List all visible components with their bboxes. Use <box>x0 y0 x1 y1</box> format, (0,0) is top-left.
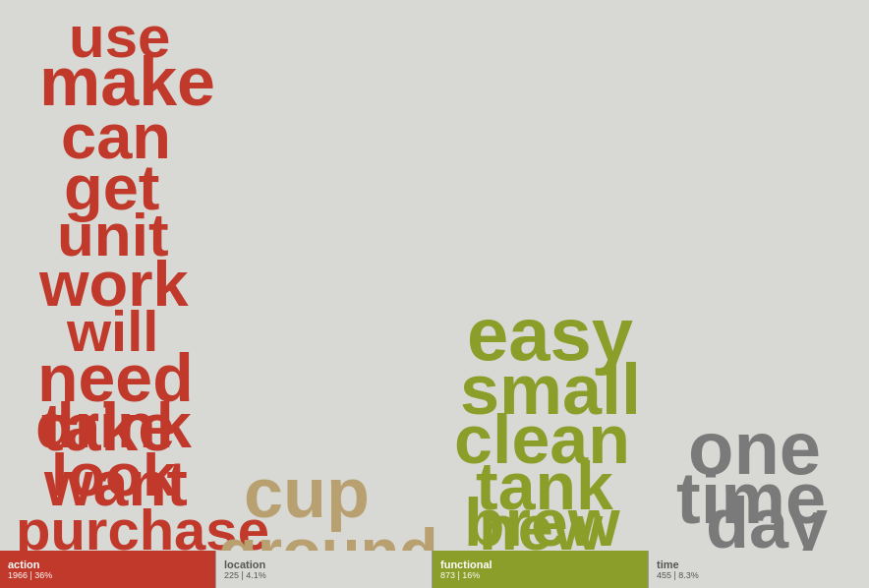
legend-location: location 225 | 4.1% <box>216 551 433 588</box>
legend-time: time 455 | 8.3% <box>649 551 869 588</box>
legend-functional-label: functional <box>440 559 640 570</box>
legend-time-label: time <box>657 559 861 570</box>
legend-location-label: location <box>224 559 424 570</box>
legend-functional: functional 873 | 16% <box>433 551 649 588</box>
legend-action-label: action <box>8 559 207 570</box>
legend-action-count: 1966 | 36% <box>8 570 207 580</box>
legend-functional-count: 873 | 16% <box>440 570 640 580</box>
legend-time-count: 455 | 8.3% <box>657 570 861 580</box>
legend-action: action 1966 | 36% <box>0 551 216 588</box>
legend-bar: action 1966 | 36% location 225 | 4.1% fu… <box>0 551 869 588</box>
legend-location-count: 225 | 4.1% <box>224 570 424 580</box>
word-cloud: use make can get unit work will need tak… <box>0 0 869 551</box>
word-day: day <box>706 488 828 559</box>
